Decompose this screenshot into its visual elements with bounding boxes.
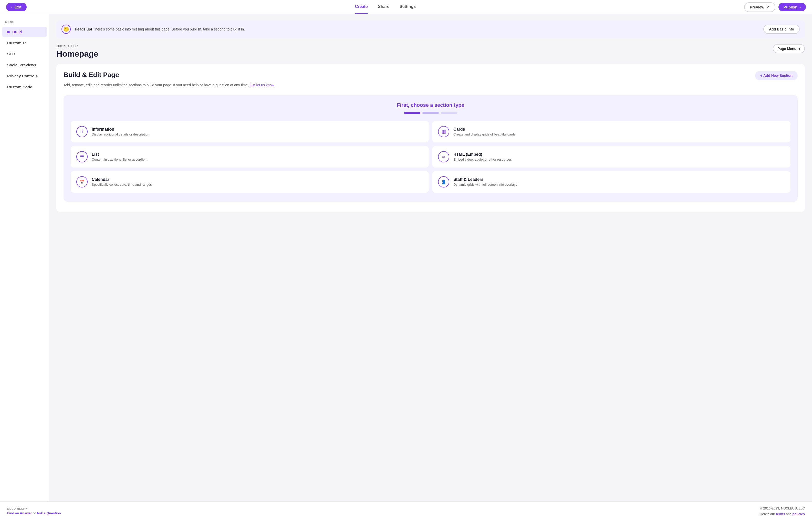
list-info: List Content in traditional list or acco… [92,152,146,161]
chevron-down-icon: ▾ [798,47,800,51]
footer-right: © 2016-2023, NUCLEUS, LLC Here's our ter… [760,506,805,517]
copyright-text: © 2016-2023, NUCLEUS, LLC [760,506,805,511]
section-type-information[interactable]: ℹ Information Display additional details… [71,121,429,142]
tab-share[interactable]: Share [378,0,389,14]
cards-info: Cards Create and display grids of beauti… [453,127,516,136]
nav-tabs: Create Share Settings [355,0,416,14]
list-icon: ☰ [76,151,88,162]
html-embed-icon: ‹/› [438,151,449,162]
build-card-header: Build & Edit Page + Add New Section [64,71,798,80]
information-info: Information Display additional details o… [92,127,149,136]
alert-banner: 😶 Heads up! There's some basic info miss… [57,21,805,38]
exit-button[interactable]: ‹ Exit [6,3,27,11]
top-nav: ‹ Exit Create Share Settings Preview ↗ P… [0,0,812,14]
alert-icon: 😶 [62,25,71,34]
build-card-desc: Add, remove, edit, and reorder unlimited… [64,82,798,88]
org-name: Nucleus, LLC [57,44,98,48]
policies-link[interactable]: policies [792,512,805,516]
alert-text: Heads up! There's some basic info missin… [75,27,759,32]
progress-bar-row [71,112,790,114]
page-title: Homepage [57,49,98,59]
footer-terms: Here's our terms and policies [760,511,805,517]
progress-step-3 [441,112,457,114]
preview-arrow-icon: ↗ [766,5,770,9]
page-title-section: Nucleus, LLC Homepage [57,44,98,59]
html-embed-info: HTML (Embed) Embed video, audio, or othe… [453,152,512,161]
information-icon: ℹ [76,126,88,137]
publish-arrow-icon: › [799,5,801,9]
build-card: Build & Edit Page + Add New Section Add,… [57,64,805,212]
sidebar-item-custom-code[interactable]: Custom Code [2,82,47,92]
cards-icon: ▦ [438,126,449,137]
add-new-section-button[interactable]: + Add New Section [755,71,798,80]
nav-right: Preview ↗ Publish › [744,2,806,12]
choose-title: First, choose a section type [71,102,790,108]
app-body: MENU Build Customize SEO Social Previews… [0,14,812,501]
staff-leaders-info: Staff & Leaders Dynamic grids with full-… [453,177,517,186]
staff-leaders-icon: 👤 [438,176,449,187]
sidebar-item-build[interactable]: Build [2,27,47,37]
sidebar-item-social-previews[interactable]: Social Previews [2,60,47,70]
exit-arrow-icon: ‹ [11,5,12,9]
find-answer-link[interactable]: Find an Answer [7,511,32,515]
footer-links: Find an Answer or Ask a Question [7,511,61,515]
publish-button[interactable]: Publish › [779,3,806,11]
sidebar: MENU Build Customize SEO Social Previews… [0,14,49,501]
section-type-cards[interactable]: ▦ Cards Create and display grids of beau… [432,121,790,142]
calendar-info: Calendar Specifically collect date, time… [92,177,152,186]
sidebar-item-privacy-controls[interactable]: Privacy Controls [2,71,47,81]
page-menu-button[interactable]: Page Menu ▾ [773,44,805,53]
section-type-grid: ℹ Information Display additional details… [71,121,790,192]
calendar-icon: 📅 [76,176,88,187]
progress-step-1 [404,112,420,114]
page-header: Nucleus, LLC Homepage Page Menu ▾ [57,44,805,59]
footer-left: NEED HELP? Find an Answer or Ask a Quest… [7,507,61,515]
footer: NEED HELP? Find an Answer or Ask a Quest… [0,501,812,521]
tab-create[interactable]: Create [355,0,368,14]
preview-button[interactable]: Preview ↗ [744,2,775,12]
section-type-staff-leaders[interactable]: 👤 Staff & Leaders Dynamic grids with ful… [432,171,790,192]
just-let-us-know-link[interactable]: just let us know. [250,83,275,87]
section-type-list[interactable]: ☰ List Content in traditional list or ac… [71,146,429,167]
active-dot-icon [7,31,10,33]
choose-panel: First, choose a section type ℹ Informati… [64,95,798,202]
need-help-label: NEED HELP? [7,507,61,510]
build-card-title: Build & Edit Page [64,71,119,79]
main-content: 😶 Heads up! There's some basic info miss… [49,14,812,501]
terms-link[interactable]: terms [776,512,785,516]
tab-settings[interactable]: Settings [400,0,416,14]
add-basic-info-button[interactable]: Add Basic Info [763,25,800,34]
sidebar-menu-label: MENU [0,21,49,27]
sidebar-item-seo[interactable]: SEO [2,49,47,59]
sidebar-item-customize[interactable]: Customize [2,38,47,48]
progress-step-2 [422,112,439,114]
section-type-calendar[interactable]: 📅 Calendar Specifically collect date, ti… [71,171,429,192]
section-type-html-embed[interactable]: ‹/› HTML (Embed) Embed video, audio, or … [432,146,790,167]
ask-question-link[interactable]: Ask a Question [37,511,61,515]
